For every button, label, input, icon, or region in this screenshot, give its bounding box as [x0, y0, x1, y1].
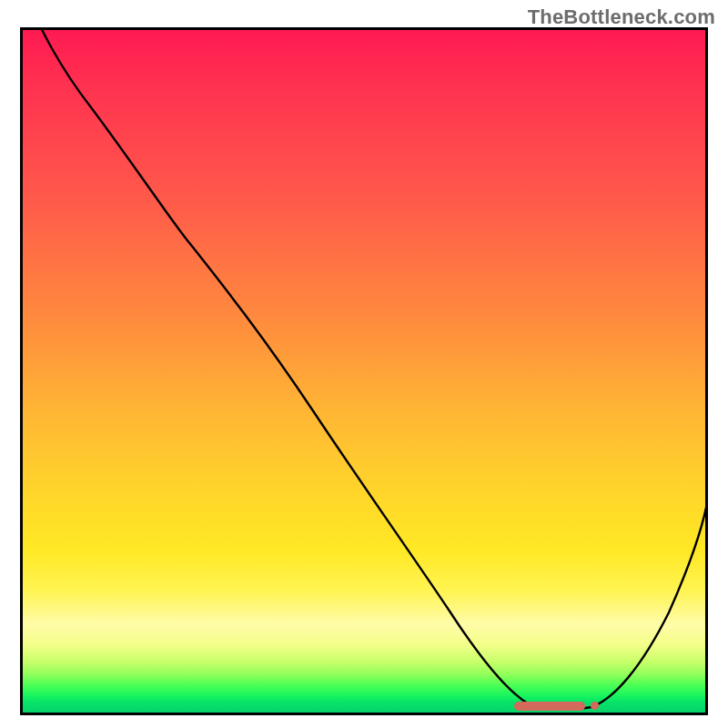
- minimum-marker-segment: [514, 702, 585, 711]
- minimum-marker-end-dot: [591, 702, 599, 710]
- chart-line-layer: [23, 30, 705, 713]
- chart-plot-area: [20, 27, 708, 715]
- watermark-text: TheBottleneck.com: [528, 5, 715, 29]
- bottleneck-curve-path: [23, 30, 705, 710]
